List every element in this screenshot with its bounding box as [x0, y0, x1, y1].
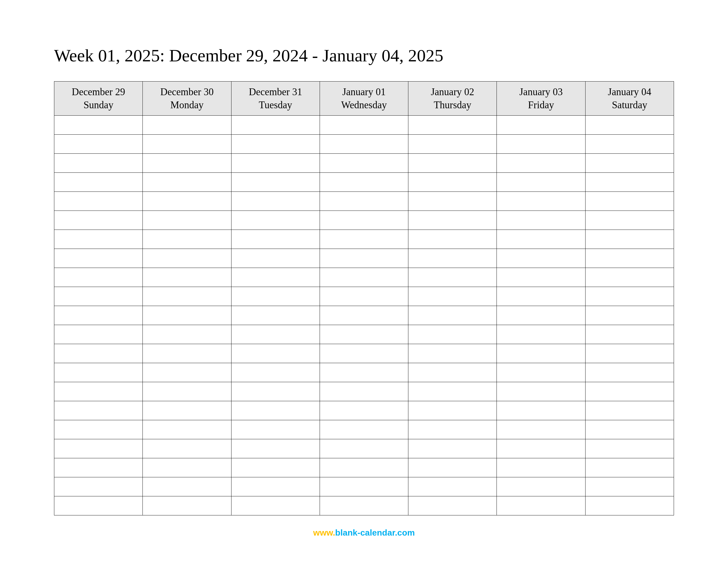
calendar-cell[interactable] — [54, 230, 143, 249]
calendar-cell[interactable] — [497, 477, 585, 496]
calendar-cell[interactable] — [497, 192, 585, 211]
calendar-cell[interactable] — [497, 382, 585, 401]
calendar-cell[interactable] — [585, 306, 674, 325]
calendar-cell[interactable] — [320, 325, 408, 344]
calendar-cell[interactable] — [408, 382, 497, 401]
calendar-cell[interactable] — [585, 268, 674, 287]
calendar-cell[interactable] — [585, 192, 674, 211]
calendar-cell[interactable] — [54, 287, 143, 306]
calendar-cell[interactable] — [585, 363, 674, 382]
calendar-cell[interactable] — [320, 477, 408, 496]
calendar-cell[interactable] — [54, 325, 143, 344]
calendar-cell[interactable] — [320, 249, 408, 268]
calendar-cell[interactable] — [143, 420, 231, 439]
calendar-cell[interactable] — [231, 382, 320, 401]
calendar-cell[interactable] — [320, 401, 408, 420]
calendar-cell[interactable] — [408, 135, 497, 154]
calendar-cell[interactable] — [231, 325, 320, 344]
calendar-cell[interactable] — [408, 344, 497, 363]
calendar-cell[interactable] — [54, 211, 143, 230]
calendar-cell[interactable] — [585, 287, 674, 306]
calendar-cell[interactable] — [585, 439, 674, 458]
calendar-cell[interactable] — [143, 496, 231, 515]
calendar-cell[interactable] — [143, 154, 231, 173]
calendar-cell[interactable] — [497, 496, 585, 515]
calendar-cell[interactable] — [231, 154, 320, 173]
calendar-cell[interactable] — [54, 173, 143, 192]
calendar-cell[interactable] — [497, 344, 585, 363]
calendar-cell[interactable] — [497, 439, 585, 458]
calendar-cell[interactable] — [54, 496, 143, 515]
calendar-cell[interactable] — [54, 420, 143, 439]
calendar-cell[interactable] — [585, 344, 674, 363]
calendar-cell[interactable] — [497, 401, 585, 420]
calendar-cell[interactable] — [320, 287, 408, 306]
calendar-cell[interactable] — [54, 477, 143, 496]
calendar-cell[interactable] — [320, 135, 408, 154]
calendar-cell[interactable] — [585, 230, 674, 249]
calendar-cell[interactable] — [585, 420, 674, 439]
calendar-cell[interactable] — [585, 325, 674, 344]
calendar-cell[interactable] — [585, 211, 674, 230]
calendar-cell[interactable] — [320, 268, 408, 287]
calendar-cell[interactable] — [320, 173, 408, 192]
calendar-cell[interactable] — [408, 249, 497, 268]
calendar-cell[interactable] — [143, 344, 231, 363]
calendar-cell[interactable] — [497, 287, 585, 306]
calendar-cell[interactable] — [408, 268, 497, 287]
calendar-cell[interactable] — [320, 382, 408, 401]
calendar-cell[interactable] — [231, 496, 320, 515]
calendar-cell[interactable] — [143, 268, 231, 287]
calendar-cell[interactable] — [408, 401, 497, 420]
calendar-cell[interactable] — [497, 363, 585, 382]
calendar-cell[interactable] — [497, 249, 585, 268]
calendar-cell[interactable] — [408, 173, 497, 192]
calendar-cell[interactable] — [497, 154, 585, 173]
calendar-cell[interactable] — [408, 325, 497, 344]
calendar-cell[interactable] — [231, 116, 320, 135]
calendar-cell[interactable] — [143, 230, 231, 249]
calendar-cell[interactable] — [408, 439, 497, 458]
calendar-cell[interactable] — [143, 477, 231, 496]
calendar-cell[interactable] — [231, 401, 320, 420]
calendar-cell[interactable] — [320, 116, 408, 135]
calendar-cell[interactable] — [143, 249, 231, 268]
calendar-cell[interactable] — [231, 287, 320, 306]
calendar-cell[interactable] — [54, 116, 143, 135]
calendar-cell[interactable] — [231, 249, 320, 268]
calendar-cell[interactable] — [54, 306, 143, 325]
calendar-cell[interactable] — [231, 344, 320, 363]
calendar-cell[interactable] — [497, 420, 585, 439]
calendar-cell[interactable] — [408, 496, 497, 515]
calendar-cell[interactable] — [408, 192, 497, 211]
calendar-cell[interactable] — [497, 211, 585, 230]
calendar-cell[interactable] — [320, 230, 408, 249]
calendar-cell[interactable] — [54, 268, 143, 287]
calendar-cell[interactable] — [408, 230, 497, 249]
calendar-cell[interactable] — [497, 268, 585, 287]
calendar-cell[interactable] — [320, 306, 408, 325]
calendar-cell[interactable] — [54, 249, 143, 268]
calendar-cell[interactable] — [143, 116, 231, 135]
calendar-cell[interactable] — [320, 211, 408, 230]
calendar-cell[interactable] — [231, 230, 320, 249]
calendar-cell[interactable] — [497, 135, 585, 154]
calendar-cell[interactable] — [585, 401, 674, 420]
calendar-cell[interactable] — [143, 306, 231, 325]
calendar-cell[interactable] — [585, 154, 674, 173]
calendar-cell[interactable] — [231, 458, 320, 477]
calendar-cell[interactable] — [585, 382, 674, 401]
calendar-cell[interactable] — [497, 230, 585, 249]
calendar-cell[interactable] — [320, 496, 408, 515]
calendar-cell[interactable] — [408, 154, 497, 173]
calendar-cell[interactable] — [320, 439, 408, 458]
calendar-cell[interactable] — [143, 192, 231, 211]
calendar-cell[interactable] — [408, 477, 497, 496]
calendar-cell[interactable] — [408, 116, 497, 135]
calendar-cell[interactable] — [408, 287, 497, 306]
calendar-cell[interactable] — [408, 306, 497, 325]
calendar-cell[interactable] — [408, 363, 497, 382]
calendar-cell[interactable] — [585, 458, 674, 477]
calendar-cell[interactable] — [585, 173, 674, 192]
calendar-cell[interactable] — [320, 363, 408, 382]
